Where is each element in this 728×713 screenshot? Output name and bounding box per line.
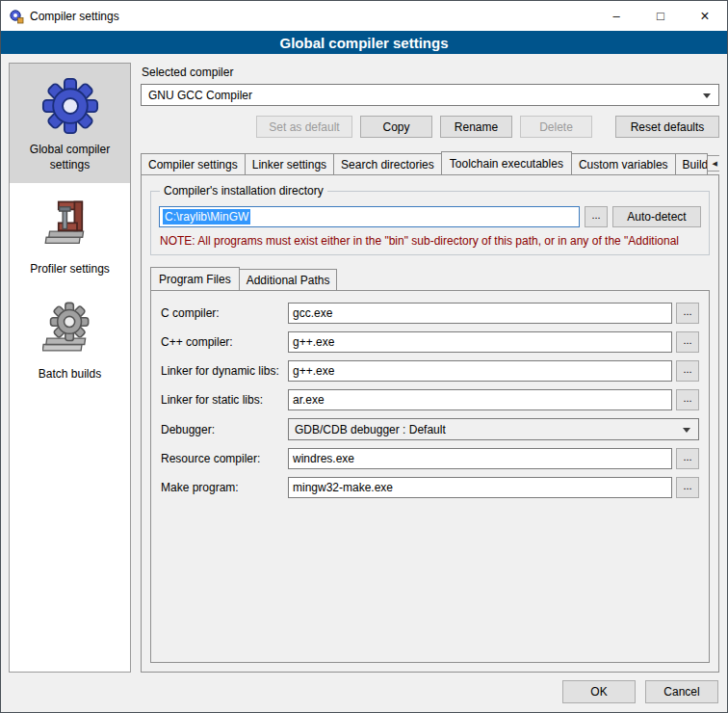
sidebar-item-batch-builds[interactable]: Batch builds [10,288,130,393]
tab-custom-variables[interactable]: Custom variables [571,153,676,174]
resource-compiler-browse-button[interactable]: ... [676,448,699,469]
field-row-c-compiler: C compiler: ... [161,303,699,324]
install-dir-group-title: Compiler's installation directory [160,184,327,198]
maximize-button[interactable]: □ [638,1,683,31]
note-text: NOTE: All programs must exist either in … [160,234,701,248]
titlebar[interactable]: Compiler settings – □ × [1,1,727,31]
selected-compiler-value: GNU GCC Compiler [148,89,252,102]
tab-scroll-left-icon[interactable]: ◀ [707,155,719,172]
static-linker-input[interactable] [288,389,672,410]
rename-button[interactable]: Rename [440,116,512,138]
sidebar-item-global-compiler-settings[interactable]: Global compiler settings [10,64,130,183]
field-row-cpp-compiler: C++ compiler: ... [161,331,699,353]
sidebar-item-label: Batch builds [39,367,101,383]
cancel-button[interactable]: Cancel [645,680,718,703]
tab-search-directories[interactable]: Search directories [333,153,442,174]
install-dir-input[interactable]: C:\raylib\MinGW [159,206,580,227]
static-linker-label: Linker for static libs: [161,393,288,407]
app-icon [9,9,24,24]
tab-scroll-controls: ◀ ▶ [707,155,719,172]
tab-linker-settings[interactable]: Linker settings [245,153,334,174]
debugger-select[interactable]: GDB/CDB debugger : Default [288,418,699,440]
cpp-compiler-browse-button[interactable]: ... [676,331,699,353]
compiler-settings-window: Compiler settings – □ × Global compiler … [0,0,728,713]
debugger-label: Debugger: [161,423,288,436]
tab-toolchain-executables[interactable]: Toolchain executables [441,151,572,174]
install-dir-row: C:\raylib\MinGW ... Auto-detect [159,206,701,227]
dialog-footer: OK Cancel [1,678,727,712]
install-dir-value: C:\raylib\MinGW [163,209,250,224]
set-as-default-button[interactable]: Set as default [256,116,352,138]
debugger-select-value: GDB/CDB debugger : Default [295,423,446,436]
chevron-down-icon [683,428,690,433]
window-controls: – □ × [594,1,727,31]
make-program-label: Make program: [161,481,288,494]
c-compiler-browse-button[interactable]: ... [676,303,699,324]
dynamic-linker-input[interactable] [288,360,672,382]
resource-compiler-input[interactable] [288,448,672,469]
minimize-button[interactable]: – [594,1,638,31]
blue-gear-icon [41,76,99,136]
resource-compiler-label: Resource compiler: [161,452,288,465]
tab-build-options[interactable]: Build options [675,153,708,174]
program-files-page: C compiler: ... C++ compiler: ... Linker… [150,290,710,663]
selected-compiler-label: Selected compiler [142,66,719,79]
profiler-clamp-icon [43,196,97,255]
field-row-dynamic-linker: Linker for dynamic libs: ... [161,360,699,382]
field-row-static-linker: Linker for static libs: ... [161,389,699,410]
sidebar-item-profiler-settings[interactable]: Profiler settings [10,183,130,288]
auto-detect-button[interactable]: Auto-detect [612,206,701,227]
make-program-input[interactable] [288,477,672,498]
window-title: Compiler settings [30,10,119,23]
reset-defaults-button[interactable]: Reset defaults [615,116,719,138]
make-program-browse-button[interactable]: ... [676,477,699,498]
dialog-content: Global compiler settings [1,54,727,678]
chevron-down-icon [703,93,711,98]
settings-tabstrip: Compiler settings Linker settings Search… [141,151,719,174]
close-button[interactable]: × [683,1,727,31]
gray-gear-stack-icon [42,301,98,360]
install-dir-browse-button[interactable]: ... [585,206,608,227]
install-dir-group: Compiler's installation directory C:\ray… [150,191,710,255]
delete-button[interactable]: Delete [520,116,592,138]
program-files-tabstrip: Program Files Additional Paths [150,267,710,290]
c-compiler-label: C compiler: [161,306,288,320]
static-linker-browse-button[interactable]: ... [676,389,699,410]
sidebar-item-label: Global compiler settings [13,143,126,172]
compiler-actions-row: Set as default Copy Rename Delete Reset … [141,116,719,138]
selected-compiler-dropdown[interactable]: GNU GCC Compiler [141,84,719,106]
sidebar-item-label: Profiler settings [30,262,110,277]
dynamic-linker-browse-button[interactable]: ... [676,360,699,382]
subtab-program-files[interactable]: Program Files [150,267,240,290]
field-row-make-program: Make program: ... [161,477,699,498]
tab-compiler-settings[interactable]: Compiler settings [141,153,246,174]
ok-button[interactable]: OK [562,680,636,703]
dynamic-linker-label: Linker for dynamic libs: [161,364,288,378]
settings-category-sidebar: Global compiler settings [9,63,131,673]
main-panel: Selected compiler GNU GCC Compiler Set a… [141,63,719,673]
field-row-resource-compiler: Resource compiler: ... [161,448,699,469]
cpp-compiler-label: C++ compiler: [161,335,288,349]
toolchain-executables-page: Compiler's installation directory C:\ray… [141,174,719,673]
cpp-compiler-input[interactable] [288,331,672,353]
subtab-additional-paths[interactable]: Additional Paths [239,269,338,290]
field-row-debugger: Debugger: GDB/CDB debugger : Default [161,418,699,440]
dialog-header: Global compiler settings [1,31,727,54]
copy-button[interactable]: Copy [360,116,432,138]
c-compiler-input[interactable] [288,303,672,324]
